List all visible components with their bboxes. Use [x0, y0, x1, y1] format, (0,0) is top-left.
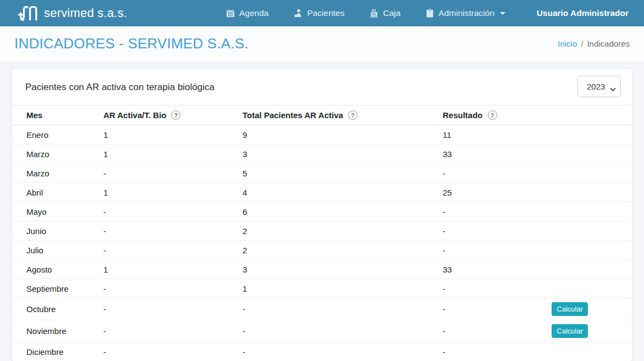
cell-resultado: - — [443, 298, 545, 320]
table-row: Julio - 2 - — [12, 241, 632, 260]
cell-ar-activa: - — [103, 298, 243, 320]
cell-total-pacientes: 9 — [243, 125, 443, 145]
main-menu: Agenda Pacientes — [226, 8, 505, 18]
menu-label-administracion: Administración — [438, 8, 494, 18]
menu-item-pacientes[interactable]: Pacientes — [294, 8, 344, 18]
page-title: INDICADORES - SERVIMED S.A.S. — [14, 35, 249, 52]
cell-resultado: - — [443, 164, 545, 183]
cell-resultado: 33 — [443, 260, 545, 279]
table-row: Marzo 1 3 33 — [12, 145, 632, 164]
table-row: Diciembre - - - — [12, 342, 632, 361]
cell-resultado: - — [443, 221, 545, 241]
cell-resultado: - — [443, 320, 545, 342]
help-icon[interactable]: ? — [488, 110, 497, 120]
cell-resultado: 11 — [443, 125, 545, 145]
cell-mes: Mayo — [12, 202, 103, 221]
cell-ar-activa: - — [103, 342, 243, 361]
table-row: Septiembre - 1 - — [12, 279, 632, 298]
cell-ar-activa: - — [103, 202, 243, 221]
cell-mes: Marzo — [12, 145, 103, 164]
cell-total-pacientes: 2 — [243, 221, 443, 241]
cell-action: Calcular — [545, 320, 632, 342]
breadcrumb: Inicio / Indicadores — [558, 39, 630, 48]
cell-total-pacientes: 3 — [243, 145, 443, 164]
page-header: INDICADORES - SERVIMED S.A.S. Inicio / I… — [0, 26, 644, 61]
cell-ar-activa: 1 — [103, 183, 243, 202]
cell-action — [545, 183, 632, 202]
cell-resultado: - — [443, 279, 545, 298]
cell-action — [545, 125, 632, 145]
help-icon[interactable]: ? — [171, 110, 180, 120]
cell-action — [545, 241, 632, 260]
table-row: Mayo - 6 - — [12, 202, 632, 221]
table-row: Enero 1 9 11 — [12, 125, 632, 145]
cell-total-pacientes: - — [243, 320, 443, 342]
cell-total-pacientes: - — [243, 298, 443, 320]
cell-resultado: - — [443, 202, 545, 221]
card-header: Pacientes con AR activa con terapia biol… — [12, 69, 632, 105]
table-row: Octubre - - - Calcular — [12, 298, 632, 320]
cell-resultado: 33 — [443, 145, 545, 164]
top-navbar: servimed s.a.s. Agenda — [0, 0, 644, 26]
column-header-actions — [545, 105, 632, 125]
cell-total-pacientes: 1 — [243, 279, 443, 298]
card-title: Pacientes con AR activa con terapia biol… — [25, 82, 621, 93]
table-row: Abril 1 4 25 — [12, 183, 632, 202]
cell-ar-activa: 1 — [103, 145, 243, 164]
clipboard-icon — [426, 9, 434, 18]
servimed-logo-icon — [16, 3, 40, 23]
cell-action — [545, 145, 632, 164]
cell-mes: Junio — [12, 221, 103, 241]
cell-mes: Noviembre — [12, 320, 103, 342]
user-menu[interactable]: Usuario Administrador — [537, 8, 629, 18]
cell-ar-activa: 1 — [103, 125, 243, 145]
cell-mes: Marzo — [12, 164, 103, 183]
column-header-mes: Mes — [12, 105, 103, 125]
menu-item-agenda[interactable]: Agenda — [226, 8, 268, 18]
cell-ar-activa: 1 — [103, 260, 243, 279]
cell-total-pacientes: 6 — [243, 202, 443, 221]
column-header-resultado: Resultado ? — [443, 105, 545, 125]
cell-ar-activa: - — [103, 221, 243, 241]
cell-mes: Julio — [12, 241, 103, 260]
cell-action — [545, 164, 632, 183]
column-header-total-pacientes: Total Pacientes AR Activa ? — [243, 105, 443, 125]
cell-action — [545, 279, 632, 298]
cell-mes: Septiembre — [12, 279, 103, 298]
calcular-button[interactable]: Calcular — [552, 302, 588, 316]
brand-link[interactable]: servimed s.a.s. — [16, 3, 127, 23]
cell-total-pacientes: 5 — [243, 164, 443, 183]
help-icon[interactable]: ? — [348, 110, 357, 120]
table-body: Enero 1 9 11 Marzo 1 3 33 Marzo - 5 - Ab… — [12, 125, 632, 361]
breadcrumb-home-link[interactable]: Inicio — [558, 39, 577, 48]
cell-ar-activa: - — [103, 320, 243, 342]
cell-mes: Abril — [12, 183, 103, 202]
breadcrumb-separator: / — [581, 39, 583, 48]
chevron-down-icon — [500, 12, 505, 15]
table-row: Marzo - 5 - — [12, 164, 632, 183]
brand-text: servimed s.a.s. — [44, 6, 127, 20]
indicator-card: Pacientes con AR activa con terapia biol… — [12, 68, 632, 361]
year-select[interactable]: 2023 — [577, 76, 621, 97]
cell-ar-activa: - — [103, 164, 243, 183]
calendar-icon — [226, 9, 235, 18]
column-header-ar-activa: AR Activa/T. Bio ? — [103, 105, 243, 125]
menu-item-administracion[interactable]: Administración — [426, 8, 505, 18]
indicators-table: Mes AR Activa/T. Bio ? Total Pacientes A… — [12, 105, 632, 361]
cell-ar-activa: - — [103, 241, 243, 260]
cell-mes: Enero — [12, 125, 103, 145]
cell-action — [545, 260, 632, 279]
cell-total-pacientes: - — [243, 342, 443, 361]
cell-total-pacientes: 2 — [243, 241, 443, 260]
cell-resultado: - — [443, 241, 545, 260]
table-header-row: Mes AR Activa/T. Bio ? Total Pacientes A… — [12, 105, 632, 125]
calcular-button[interactable]: Calcular — [552, 324, 588, 338]
cell-action — [545, 221, 632, 241]
cell-total-pacientes: 4 — [243, 183, 443, 202]
menu-item-caja[interactable]: Caja — [370, 8, 400, 18]
menu-label-agenda: Agenda — [239, 8, 268, 18]
menu-label-pacientes: Pacientes — [307, 8, 344, 18]
cell-ar-activa: - — [103, 279, 243, 298]
cell-action — [545, 202, 632, 221]
content-area: Pacientes con AR activa con terapia biol… — [0, 61, 644, 361]
